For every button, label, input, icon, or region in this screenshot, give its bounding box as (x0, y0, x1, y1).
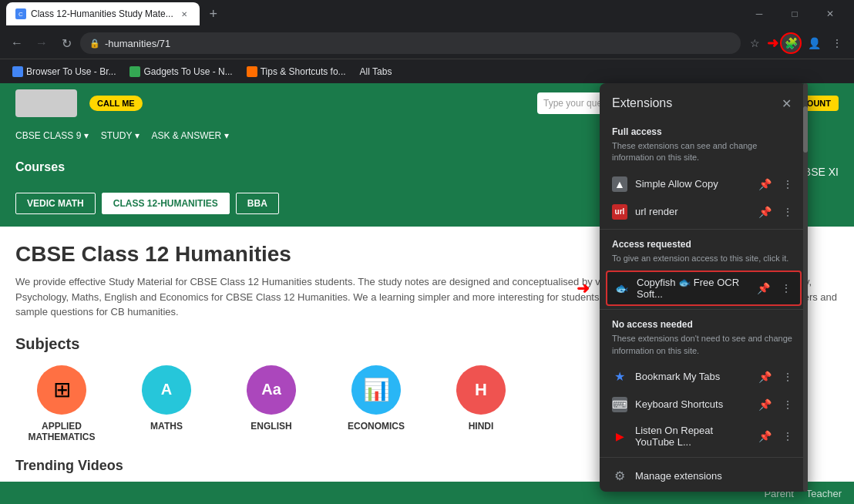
courses-title: Courses (15, 160, 65, 174)
subject-applied-math[interactable]: ⊞ APPLIED MATHEMATICS (15, 365, 108, 442)
subject-name-hindi: HINDI (435, 421, 527, 432)
nav-study[interactable]: STUDY ▾ (101, 130, 140, 141)
ext-panel-title: Extensions (612, 96, 672, 110)
subject-economics[interactable]: 📊 ECONOMICS (330, 365, 422, 442)
ext-item-bookmark-my-tabs[interactable]: ★ Bookmark My Tabs 📌 ⋮ (600, 363, 808, 391)
subject-maths[interactable]: A MATHS (120, 365, 213, 442)
call-me-button[interactable]: CALL ME (89, 96, 143, 111)
bookmark-label: All Tabs (360, 66, 392, 77)
copyfish-arrow: ➜ (577, 279, 590, 297)
no-access-desc: These extensions don't need to see and c… (600, 333, 808, 363)
tab-class12-humanities[interactable]: CLASS 12-HUMANITIES (102, 193, 230, 214)
subject-icon-economics: 📊 (351, 365, 401, 415)
address-text: -humanities/71 (105, 38, 731, 49)
access-requested-desc: To give an extension access to this site… (600, 253, 808, 270)
bookmark-item-tips[interactable]: Tips & Shortcuts fo... (240, 63, 352, 80)
scrollbar-track (803, 83, 808, 492)
bookmark-my-tabs-pin[interactable]: 📌 (757, 371, 772, 383)
forward-button[interactable]: → (31, 32, 52, 54)
main-content: CALL ME Type your question ACCOUNT CBSE … (0, 83, 854, 504)
subject-english[interactable]: Aa ENGLISH (225, 365, 318, 442)
keyboard-shortcuts-icon: ⌨ (612, 397, 627, 412)
url-render-pin[interactable]: 📌 (757, 206, 772, 218)
subject-icon-hindi: H (456, 365, 506, 415)
ext-panel-close-button[interactable]: ✕ (777, 94, 795, 113)
tab-favicon: C (15, 8, 26, 19)
ext-panel-header: Extensions ✕ (600, 83, 808, 120)
lock-icon: 🔒 (89, 39, 100, 49)
maximize-button[interactable]: □ (777, 0, 812, 28)
bookmark-my-tabs-name: Bookmark My Tabs (635, 371, 749, 382)
listen-on-repeat-icon: ▶ (612, 428, 627, 444)
tab-vedic-math[interactable]: VEDIC MATH (15, 193, 96, 214)
url-render-icon: url (612, 204, 627, 220)
bookmark-favicon (247, 66, 257, 77)
new-tab-button[interactable]: + (203, 3, 224, 25)
ext-item-listen-on-repeat[interactable]: ▶ Listen On Repeat YouTube L... 📌 ⋮ (600, 418, 808, 454)
bookmark-favicon (129, 66, 140, 77)
full-access-desc: These extensions can see and change info… (600, 140, 808, 170)
keyboard-shortcuts-pin[interactable]: 📌 (757, 398, 772, 411)
copyfish-name: Copyfish 🐟 Free OCR Soft... (637, 277, 748, 300)
tab-title: Class 12-Humanities Study Mate... (31, 8, 173, 19)
simple-allow-copy-pin[interactable]: 📌 (757, 178, 772, 190)
subject-name-english: ENGLISH (225, 421, 318, 432)
manage-extensions-label: Manage extensions (635, 470, 722, 482)
bookmark-label: Gadgets To Use - N... (143, 66, 232, 77)
ext-item-copyfish[interactable]: 🐟 Copyfish 🐟 Free OCR Soft... 📌 ⋮ (606, 270, 802, 306)
nav-ask-answer[interactable]: ASK & ANSWER ▾ (152, 130, 229, 141)
listen-on-repeat-name: Listen On Repeat YouTube L... (635, 425, 749, 448)
back-button[interactable]: ← (6, 32, 28, 54)
address-bar[interactable]: 🔒 -humanities/71 (80, 32, 741, 54)
bookmark-button[interactable]: ☆ (744, 32, 765, 54)
url-render-more[interactable]: ⋮ (780, 206, 795, 218)
manage-extensions-button[interactable]: ⚙ Manage extensions (600, 461, 808, 492)
simple-allow-copy-more[interactable]: ⋮ (780, 178, 795, 190)
navigation-bar: ← → ↻ 🔒 -humanities/71 ☆ ➜ 🧩 👤 ⋮ (0, 28, 854, 59)
ext-divider-2 (600, 309, 808, 310)
ext-divider-1 (600, 229, 808, 230)
listen-on-repeat-more[interactable]: ⋮ (780, 430, 795, 442)
keyboard-shortcuts-more[interactable]: ⋮ (780, 398, 795, 411)
manage-extensions-icon: ⚙ (612, 469, 627, 484)
scrollbar-thumb[interactable] (803, 106, 808, 153)
teacher-tab[interactable]: Teacher (806, 488, 842, 499)
no-access-label: No access needed (600, 313, 808, 333)
subject-icon-applied-math: ⊞ (37, 365, 86, 415)
bookmarks-bar: Browser To Use - Br... Gadgets To Use - … (0, 59, 854, 83)
copyfish-wrapper: ➜ 🐟 Copyfish 🐟 Free OCR Soft... 📌 ⋮ (600, 270, 808, 306)
access-requested-label: Access requested (600, 233, 808, 253)
extensions-button[interactable]: 🧩 (780, 32, 802, 54)
ext-item-url-render[interactable]: url url render 📌 ⋮ (600, 198, 808, 226)
close-button[interactable]: ✕ (812, 0, 848, 28)
ext-item-simple-allow-copy[interactable]: ▲ Simple Allow Copy 📌 ⋮ (600, 170, 808, 198)
bookmark-label: Browser To Use - Br... (26, 66, 116, 77)
copyfish-pin[interactable]: 📌 (755, 282, 771, 294)
ext-item-keyboard-shortcuts[interactable]: ⌨ Keyboard Shortcuts 📌 ⋮ (600, 391, 808, 418)
bookmark-favicon (12, 66, 23, 77)
bookmark-item-browser[interactable]: Browser To Use - Br... (6, 63, 122, 80)
ext-divider-3 (600, 457, 808, 458)
nav-cbse-class[interactable]: CBSE CLASS 9 ▾ (15, 130, 89, 141)
subject-hindi[interactable]: H HINDI (435, 365, 527, 442)
bookmark-item-gadgets[interactable]: Gadgets To Use - N... (123, 63, 238, 80)
bookmark-my-tabs-more[interactable]: ⋮ (780, 371, 795, 383)
bookmark-item-all-tabs[interactable]: All Tabs (354, 63, 398, 80)
copyfish-more[interactable]: ⋮ (778, 282, 794, 294)
subject-name-maths: MATHS (120, 421, 213, 432)
simple-allow-copy-name: Simple Allow Copy (635, 178, 749, 190)
menu-button[interactable]: ⋮ (826, 32, 848, 54)
nav-actions: ☆ ➜ 🧩 👤 ⋮ (744, 32, 848, 54)
reload-button[interactable]: ↻ (55, 32, 77, 54)
extensions-panel: Extensions ✕ Full access These extension… (600, 83, 808, 492)
url-render-name: url render (635, 206, 749, 217)
profile-button[interactable]: 👤 (803, 32, 825, 54)
bookmark-label: Tips & Shortcuts fo... (261, 66, 346, 77)
tab-close-button[interactable]: ✕ (178, 8, 190, 20)
active-tab[interactable]: C Class 12-Humanities Study Mate... ✕ (6, 2, 200, 25)
tab-bba[interactable]: BBA (236, 193, 279, 214)
minimize-button[interactable]: ─ (741, 0, 777, 28)
copyfish-icon: 🐟 (614, 281, 629, 296)
listen-on-repeat-pin[interactable]: 📌 (757, 430, 772, 442)
subject-name-applied-math: APPLIED MATHEMATICS (15, 421, 108, 442)
